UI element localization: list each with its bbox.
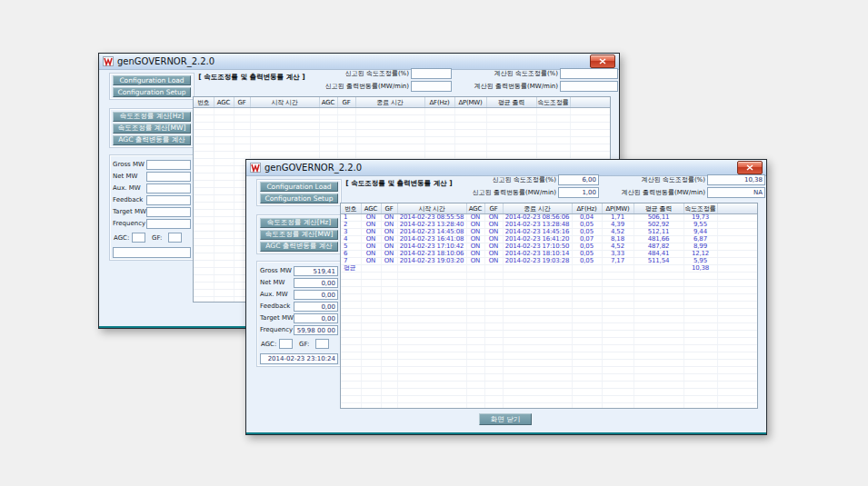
calculation-buttons-group: 속도조정률 계산[Hz] 속도조정률 계산[MW] AGC 출력변동률 계산 [256, 214, 342, 254]
column-header[interactable]: 속도조정률 [536, 97, 570, 108]
frequency-field[interactable] [294, 325, 338, 335]
feedback-label: Feedback [260, 303, 290, 310]
calculated-speed-label: 계산된 속도조정률(%) [599, 175, 705, 184]
frequency-label: Frequency [113, 220, 145, 227]
target-mw-field[interactable] [146, 207, 191, 217]
reported-speed-label: 신고된 속도조정률(%) [284, 69, 409, 78]
table-empty-row [341, 316, 757, 323]
column-header[interactable]: GF [337, 97, 355, 108]
column-header[interactable]: AGC [214, 97, 234, 108]
reported-output-field[interactable] [411, 81, 452, 92]
calc-speed-regulation-hz-button[interactable]: 속도조정률 계산[Hz] [113, 112, 191, 122]
calc-agc-output-rate-button[interactable]: AGC 출력변동률 계산 [260, 242, 338, 252]
close-button[interactable] [590, 55, 615, 68]
calc-speed-regulation-mw-button[interactable]: 속도조정률 계산[MW] [113, 124, 191, 134]
column-header[interactable]: AGC [319, 97, 337, 108]
column-header[interactable]: 번호 [341, 203, 361, 214]
app-icon [103, 56, 114, 66]
configuration-load-button[interactable]: Configuration Load [113, 75, 191, 85]
configuration-group: Configuration Load Configuration Setup [109, 73, 195, 100]
table-empty-row [341, 280, 757, 287]
column-header[interactable]: 평균 출력 [634, 203, 683, 214]
reported-speed-field[interactable] [558, 174, 599, 185]
column-header[interactable]: 평균 출력 [486, 97, 536, 108]
feedback-field[interactable] [146, 195, 191, 205]
column-header[interactable]: ΔP(MW) [454, 97, 486, 108]
column-header[interactable]: ΔF(Hz) [572, 203, 602, 214]
calc-speed-regulation-hz-button[interactable]: 속도조정률 계산[Hz] [260, 218, 338, 228]
column-header[interactable]: 번호 [194, 97, 214, 108]
column-header[interactable]: 시작 시간 [250, 97, 319, 108]
reported-speed-field[interactable] [411, 68, 452, 79]
table-empty-row [341, 396, 757, 403]
column-header[interactable]: 종료 시간 [503, 203, 572, 214]
agc-status-field[interactable] [132, 233, 145, 243]
table-empty-row [341, 403, 757, 410]
net-mw-field[interactable] [294, 278, 338, 288]
calculated-output-field[interactable] [707, 187, 765, 198]
column-header[interactable]: AGC [466, 203, 484, 214]
table-empty-row [341, 338, 757, 345]
table-row[interactable]: 6ONON2014-02-23 18:10:06ONON2014-02-23 1… [341, 251, 757, 258]
aux-mw-field[interactable] [146, 183, 191, 193]
reported-output-field[interactable] [558, 187, 599, 198]
reported-calculated-output-row: 신고된 출력변동률(MW/min) 계산된 출력변동률(MW/min) [284, 81, 618, 92]
window-title: genGOVERNOR_2.2.0 [117, 56, 215, 66]
calculated-output-field[interactable] [560, 81, 618, 92]
table-empty-row [341, 374, 757, 382]
column-header[interactable]: 속도조정률 [683, 203, 717, 214]
calculated-speed-field[interactable] [707, 174, 765, 185]
column-header[interactable]: AGC [361, 203, 381, 214]
table-empty-row [194, 144, 610, 152]
datetime-field[interactable] [113, 247, 191, 258]
calc-agc-output-rate-button[interactable]: AGC 출력변동률 계산 [113, 135, 191, 145]
column-header[interactable]: GF [381, 203, 397, 214]
table-empty-row [341, 323, 757, 331]
close-button[interactable] [737, 161, 763, 174]
table-row[interactable]: 2ONON2014-02-23 13:28:40ONON2014-02-23 1… [341, 222, 757, 229]
configuration-setup-button[interactable]: Configuration Setup [113, 87, 191, 97]
configuration-load-button[interactable]: Configuration Load [260, 182, 338, 192]
calculated-speed-field[interactable] [560, 68, 618, 79]
table-row[interactable]: 5ONON2014-02-23 17:10:42ONON2014-02-23 1… [341, 243, 757, 251]
table-empty-row [341, 273, 757, 280]
table-row[interactable]: 3ONON2014-02-23 14:45:08ONON2014-02-23 1… [341, 229, 757, 236]
feedback-field[interactable] [294, 302, 338, 312]
results-table[interactable]: 번호AGCGF시작 시간AGCGF종료 시간ΔF(Hz)ΔP(MW)평균 출력속… [340, 203, 758, 409]
table-row[interactable]: 7ONON2014-02-23 19:03:20ONON2014-02-23 1… [341, 258, 757, 265]
gf-status-field[interactable] [315, 339, 329, 349]
agc-status-field[interactable] [279, 339, 293, 349]
table-row[interactable]: 4ONON2014-02-23 16:41:08ONON2014-02-23 1… [341, 236, 757, 243]
frequency-field[interactable] [146, 219, 191, 229]
aux-mw-field[interactable] [294, 290, 338, 300]
datetime-field[interactable] [260, 353, 338, 364]
column-header[interactable]: GF [234, 97, 250, 108]
configuration-setup-button[interactable]: Configuration Setup [260, 193, 338, 203]
gf-status-field[interactable] [168, 233, 182, 243]
close-screen-button[interactable]: 화면 닫기 [479, 413, 532, 425]
table-empty-row [194, 130, 610, 137]
table-row[interactable]: 1ONON2014-02-23 08:55:58ONON2014-02-23 0… [341, 214, 757, 222]
column-header[interactable]: ΔP(MW) [602, 203, 634, 214]
table-empty-row [194, 152, 610, 159]
aux-mw-label: Aux. MW [113, 184, 141, 192]
table-empty-row [341, 309, 757, 316]
table-row[interactable]: 평균10,38 [341, 265, 757, 273]
column-header[interactable]: GF [484, 203, 503, 214]
table-empty-row [194, 137, 610, 144]
configuration-group: Configuration Load Configuration Setup [256, 179, 342, 206]
reported-output-label: 신고된 출력변동률(MW/min) [431, 188, 556, 197]
close-icon [599, 58, 606, 64]
calc-speed-regulation-mw-button[interactable]: 속도조정률 계산[MW] [260, 230, 338, 240]
gross-mw-label: Gross MW [113, 161, 145, 168]
column-header[interactable]: ΔF(Hz) [424, 97, 454, 108]
table-empty-row [341, 367, 757, 374]
table-empty-row [341, 360, 757, 367]
gross-mw-field[interactable] [294, 266, 338, 276]
target-mw-field[interactable] [294, 313, 338, 323]
column-header[interactable]: 시작 시간 [397, 203, 466, 214]
target-mw-label: Target MW [260, 314, 294, 322]
column-header[interactable]: 종료 시간 [355, 97, 424, 108]
gross-mw-field[interactable] [146, 160, 191, 170]
net-mw-field[interactable] [146, 172, 191, 182]
